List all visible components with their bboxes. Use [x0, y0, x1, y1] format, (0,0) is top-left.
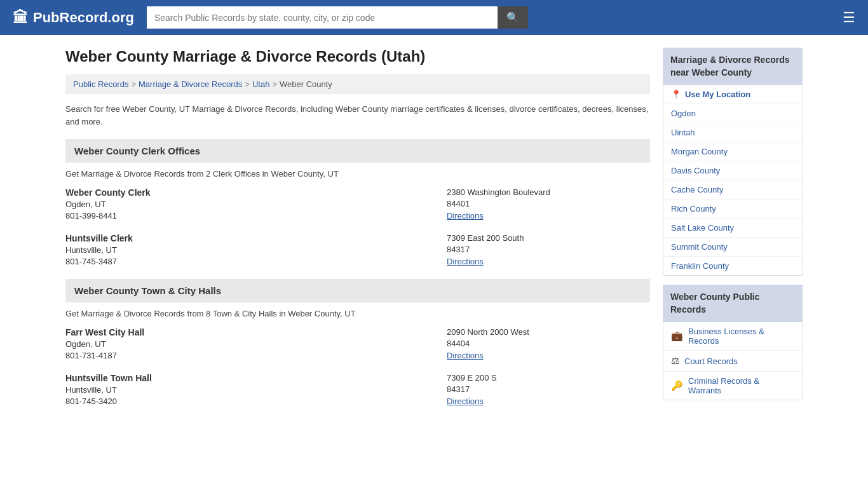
- sidebar-item-ogden[interactable]: Ogden: [671, 109, 696, 118]
- briefcase-icon: 💼: [671, 330, 683, 342]
- office-left: Weber County Clerk Ogden, UT 801-399-844…: [65, 187, 447, 220]
- sidebar-item-salt-lake-county[interactable]: Salt Lake County: [671, 223, 734, 233]
- list-item: Ogden: [663, 104, 802, 123]
- office-entry: Weber County Clerk Ogden, UT 801-399-844…: [65, 187, 650, 220]
- list-item: Davis County: [663, 161, 802, 180]
- content-area: Weber County Marriage & Divorce Records …: [65, 48, 650, 419]
- office-right: 7309 East 200 South 84317 Directions: [447, 233, 650, 266]
- sidebar-item-criminal-records[interactable]: Criminal Records & Warrants: [688, 376, 794, 395]
- office-city: Huntsville, UT: [65, 385, 447, 395]
- sidebar-item-davis-county[interactable]: Davis County: [671, 166, 720, 175]
- logo-link[interactable]: 🏛 PubRecord.org: [13, 9, 134, 27]
- list-item: Summit County: [663, 238, 802, 257]
- office-entry: Huntsville Town Hall Huntsville, UT 801-…: [65, 373, 650, 406]
- office-city: Ogden, UT: [65, 200, 447, 209]
- office-left: Huntsville Town Hall Huntsville, UT 801-…: [65, 373, 447, 406]
- office-name: Huntsville Town Hall: [65, 373, 447, 383]
- list-item: Franklin County: [663, 257, 802, 275]
- key-icon: 🔑: [671, 380, 683, 391]
- breadcrumb-sep-3: >: [272, 79, 277, 89]
- sidebar-item-rich-county[interactable]: Rich County: [671, 204, 716, 214]
- breadcrumb-sep-2: >: [245, 79, 250, 89]
- office-city: Huntsville, UT: [65, 245, 447, 255]
- sidebar-item-uintah[interactable]: Uintah: [671, 128, 695, 137]
- sidebar-item-cache-county[interactable]: Cache County: [671, 185, 723, 194]
- breadcrumb-utah[interactable]: Utah: [252, 79, 269, 89]
- list-item: 🔑 Criminal Records & Warrants: [663, 372, 802, 400]
- list-item: Morgan County: [663, 142, 802, 161]
- office-name: Weber County Clerk: [65, 187, 447, 198]
- office-entry: Farr West City Hall Ogden, UT 801-731-41…: [65, 327, 650, 360]
- sidebar-use-location[interactable]: 📍 Use My Location: [663, 85, 802, 104]
- page-title: Weber County Marriage & Divorce Records …: [65, 48, 650, 65]
- main-container: Weber County Marriage & Divorce Records …: [53, 35, 815, 431]
- sidebar-item-business-licenses[interactable]: Business Licenses & Records: [688, 327, 794, 346]
- search-input[interactable]: [147, 6, 498, 29]
- office-name: Huntsville Clerk: [65, 233, 447, 243]
- sidebar-public-records-list: 💼 Business Licenses & Records ⚖ Court Re…: [663, 322, 803, 400]
- search-button[interactable]: 🔍: [498, 6, 528, 29]
- breadcrumb: Public Records > Marriage & Divorce Reco…: [65, 74, 650, 94]
- directions-link[interactable]: Directions: [447, 396, 484, 406]
- page-description: Search for free Weber County, UT Marriag…: [65, 103, 650, 128]
- location-pin-icon: 📍: [671, 90, 681, 99]
- list-item: Uintah: [663, 123, 802, 142]
- office-address: 2090 North 2000 West: [447, 327, 650, 337]
- list-item: Rich County: [663, 200, 802, 219]
- clerk-section-header: Weber County Clerk Offices: [65, 139, 650, 163]
- sidebar: Marriage & Divorce Records near Weber Co…: [663, 48, 803, 419]
- scales-icon: ⚖: [671, 355, 679, 367]
- search-bar: 🔍: [147, 6, 528, 29]
- office-phone: 801-731-4187: [65, 351, 447, 360]
- office-phone: 801-745-3420: [65, 396, 447, 406]
- office-zip: 84404: [447, 339, 650, 348]
- office-name: Farr West City Hall: [65, 327, 447, 337]
- sidebar-public-records-title: Weber County Public Records: [663, 285, 803, 322]
- list-item: Cache County: [663, 180, 802, 200]
- directions-link[interactable]: Directions: [447, 211, 484, 220]
- cityhall-section-header: Weber County Town & City Halls: [65, 279, 650, 302]
- sidebar-nearby-list: 📍 Use My Location Ogden Uintah Morgan Co…: [663, 85, 803, 276]
- breadcrumb-public-records[interactable]: Public Records: [73, 79, 128, 89]
- sidebar-item-franklin-county[interactable]: Franklin County: [671, 261, 729, 271]
- breadcrumb-sep-1: >: [131, 79, 136, 89]
- logo-text: PubRecord.org: [33, 10, 134, 26]
- breadcrumb-marriage-divorce[interactable]: Marriage & Divorce Records: [139, 79, 242, 89]
- office-right: 7309 E 200 S 84317 Directions: [447, 373, 650, 406]
- office-address: 7309 E 200 S: [447, 373, 650, 383]
- office-phone: 801-745-3487: [65, 257, 447, 266]
- office-right: 2090 North 2000 West 84404 Directions: [447, 327, 650, 360]
- office-phone: 801-399-8441: [65, 211, 447, 220]
- office-zip: 84401: [447, 199, 650, 208]
- office-city: Ogden, UT: [65, 339, 447, 349]
- office-left: Huntsville Clerk Huntsville, UT 801-745-…: [65, 233, 447, 266]
- sidebar-nearby-title: Marriage & Divorce Records near Weber Co…: [663, 48, 803, 85]
- list-item: 💼 Business Licenses & Records: [663, 322, 802, 351]
- list-item: ⚖ Court Records: [663, 351, 802, 372]
- office-zip: 84317: [447, 245, 650, 254]
- use-location-link[interactable]: Use My Location: [685, 90, 750, 99]
- logo-icon: 🏛: [13, 9, 28, 27]
- hamburger-button[interactable]: ☰: [843, 10, 855, 26]
- office-entry: Huntsville Clerk Huntsville, UT 801-745-…: [65, 233, 650, 266]
- sidebar-item-court-records[interactable]: Court Records: [684, 356, 738, 366]
- office-address: 2380 Washington Boulevard: [447, 187, 650, 197]
- office-left: Farr West City Hall Ogden, UT 801-731-41…: [65, 327, 447, 360]
- cityhall-section-desc: Get Marriage & Divorce Records from 8 To…: [65, 309, 650, 318]
- office-address: 7309 East 200 South: [447, 233, 650, 243]
- sidebar-item-summit-county[interactable]: Summit County: [671, 242, 728, 252]
- sidebar-item-morgan-county[interactable]: Morgan County: [671, 147, 728, 156]
- directions-link[interactable]: Directions: [447, 257, 484, 266]
- list-item: Salt Lake County: [663, 219, 802, 238]
- office-zip: 84317: [447, 384, 650, 394]
- breadcrumb-weber-county: Weber County: [280, 79, 332, 89]
- directions-link[interactable]: Directions: [447, 351, 484, 360]
- sidebar-public-records: Weber County Public Records 💼 Business L…: [663, 285, 803, 400]
- header: 🏛 PubRecord.org 🔍 ☰: [0, 0, 868, 35]
- office-right: 2380 Washington Boulevard 84401 Directio…: [447, 187, 650, 220]
- clerk-section-desc: Get Marriage & Divorce Records from 2 Cl…: [65, 169, 650, 179]
